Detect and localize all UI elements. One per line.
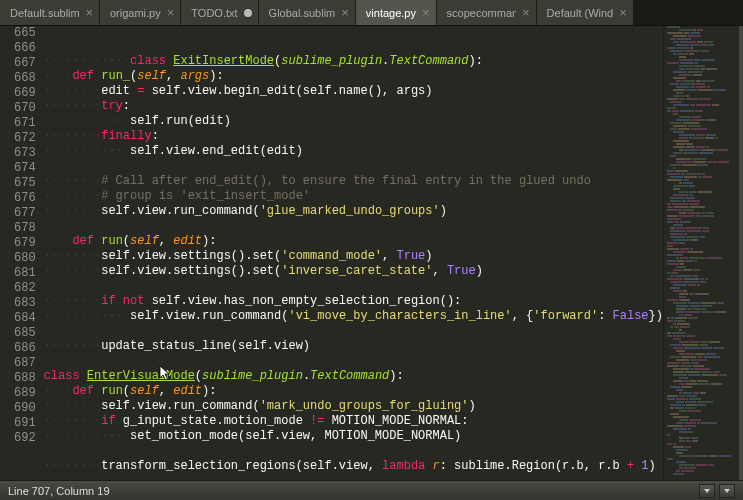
code-line: ········try:: [44, 99, 663, 114]
line-number: 681: [14, 266, 36, 281]
line-number: 678: [14, 221, 36, 236]
minimap-line: [666, 455, 741, 457]
minimap-line: [666, 269, 741, 271]
minimap-line: [666, 290, 741, 292]
minimap-line: [666, 215, 741, 217]
minimap-line: [666, 38, 741, 40]
code-line: ········# Call after end_edit(), to ensu…: [44, 174, 663, 189]
minimap-line: [666, 413, 741, 415]
tab-label: Global.sublim: [269, 7, 336, 19]
code-line: [44, 279, 663, 294]
minimap-line: [666, 350, 741, 352]
line-number: 686: [14, 341, 36, 356]
minimap-line: [666, 263, 741, 265]
code-area[interactable]: ············class ExitInsertMode(sublime…: [44, 26, 663, 480]
minimap-line: [666, 446, 741, 448]
minimap-line: [666, 371, 741, 373]
tab-5[interactable]: scopecommand×: [437, 0, 537, 25]
line-number: 687: [14, 356, 36, 371]
minimap-line: [666, 437, 741, 439]
minimap-line: [666, 77, 741, 79]
minimap-line: [666, 239, 741, 241]
code-line: ········if not self.view.has_non_empty_s…: [44, 294, 663, 309]
minimap-line: [666, 95, 741, 97]
minimap-line: [666, 296, 741, 298]
minimap-line: [666, 128, 741, 130]
minimap-line: [666, 236, 741, 238]
line-number: 677: [14, 206, 36, 221]
status-dropdown-1[interactable]: [699, 484, 715, 498]
status-position: Line 707, Column 19: [8, 485, 110, 497]
minimap-line: [666, 206, 741, 208]
minimap-line: [666, 335, 741, 337]
minimap-line: [666, 272, 741, 274]
close-icon[interactable]: ×: [85, 6, 93, 19]
code-line: [44, 159, 663, 174]
code-line: ········self.view.run_command('mark_undo…: [44, 399, 663, 414]
close-icon[interactable]: ×: [422, 6, 430, 19]
minimap-line: [666, 404, 741, 406]
tab-2[interactable]: TODO.txt: [181, 0, 258, 25]
minimap-line: [666, 167, 741, 169]
minimap-line: [666, 416, 741, 418]
minimap-line: [666, 26, 741, 28]
tab-label: TODO.txt: [191, 7, 237, 19]
code-line: ········finally:: [44, 129, 663, 144]
minimap[interactable]: [663, 26, 743, 480]
close-icon[interactable]: ×: [167, 6, 175, 19]
minimap-line: [666, 443, 741, 445]
line-number: 670: [14, 101, 36, 116]
minimap-line: [666, 158, 741, 160]
minimap-line: [666, 398, 741, 400]
minimap-line: [666, 107, 741, 109]
minimap-line: [666, 254, 741, 256]
line-number: 665: [14, 26, 36, 41]
minimap-line: [666, 224, 741, 226]
editor: 6656666676686696706716726736746756766776…: [0, 26, 743, 480]
tab-1[interactable]: origami.py×: [100, 0, 181, 25]
tab-6[interactable]: Default (Wind×: [537, 0, 634, 25]
minimap-line: [666, 140, 741, 142]
minimap-line: [666, 155, 741, 157]
minimap-line: [666, 257, 741, 259]
line-number: 671: [14, 116, 36, 131]
line-number: 692: [14, 431, 36, 446]
minimap-line: [666, 458, 741, 460]
minimap-line: [666, 218, 741, 220]
minimap-line: [666, 149, 741, 151]
close-icon[interactable]: ×: [341, 6, 349, 19]
code-line: class EnterVisualMode(sublime_plugin.Tex…: [44, 369, 663, 384]
tab-3[interactable]: Global.sublim×: [259, 0, 356, 25]
minimap-line: [666, 59, 741, 61]
status-dropdown-2[interactable]: [719, 484, 735, 498]
line-number: 685: [14, 326, 36, 341]
tab-label: scopecommand: [447, 7, 516, 19]
minimap-line: [666, 401, 741, 403]
minimap-line: [666, 302, 741, 304]
minimap-line: [666, 89, 741, 91]
minimap-line: [666, 308, 741, 310]
scrollbar-track[interactable]: [739, 26, 743, 480]
minimap-line: [666, 395, 741, 397]
code-line: ····def run_(self, args):: [44, 69, 663, 84]
tab-0[interactable]: Default.sublim×: [0, 0, 100, 25]
minimap-line: [666, 209, 741, 211]
minimap-line: [666, 74, 741, 76]
line-number: 680: [14, 251, 36, 266]
minimap-line: [666, 113, 741, 115]
minimap-line: [666, 101, 741, 103]
code-line: ········self.view.settings().set('invers…: [44, 264, 663, 279]
close-icon[interactable]: ×: [522, 6, 530, 19]
close-icon[interactable]: ×: [619, 6, 627, 19]
tab-4[interactable]: vintage.py×: [356, 0, 437, 25]
gutter: 6656666676686696706716726736746756766776…: [0, 26, 44, 480]
dirty-indicator-icon: [244, 9, 252, 17]
minimap-line: [666, 161, 741, 163]
minimap-line: [666, 317, 741, 319]
minimap-line: [666, 32, 741, 34]
minimap-line: [666, 311, 741, 313]
tab-label: Default.sublim: [10, 7, 79, 19]
minimap-line: [666, 227, 741, 229]
minimap-line: [666, 323, 741, 325]
minimap-line: [666, 383, 741, 385]
